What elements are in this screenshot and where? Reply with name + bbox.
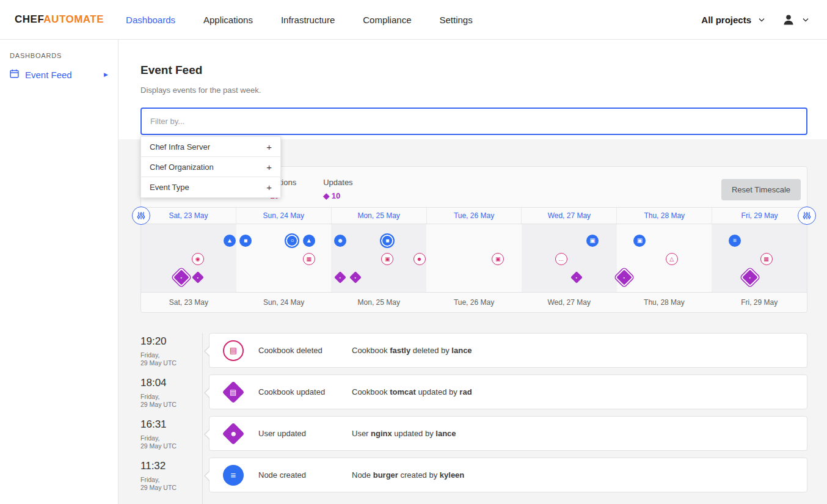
left-sidebar: DASHBOARDS Event Feed ▶ — [0, 40, 118, 504]
day-header-link[interactable]: Mon, 25 May — [332, 208, 427, 224]
event-timestamp: 19:20Friday,29 May UTC — [140, 333, 209, 368]
event-marker-create[interactable]: ☻ — [334, 235, 346, 247]
timeline-scroll-right-button[interactable] — [798, 206, 816, 225]
event-icon-box: ▤ — [223, 340, 258, 361]
event-description: Cookbook fastly deleted by lance — [352, 346, 472, 355]
day-header-link[interactable]: Wed, 27 May — [522, 208, 617, 224]
marker-icon: ▲ — [306, 238, 312, 244]
event-marker-delete[interactable]: ▣ — [492, 253, 504, 265]
day-header-link[interactable]: Tue, 26 May — [427, 208, 522, 224]
event-marker-delete[interactable]: ◉ — [192, 253, 204, 265]
event-type-label: User updated — [258, 429, 352, 438]
sidebar-item-event-feed[interactable]: Event Feed ▶ — [10, 69, 108, 80]
event-type-label: Cookbook deleted — [258, 346, 352, 355]
desc-part: kyleen — [440, 470, 464, 480]
event-marker-delete[interactable]: △ — [666, 253, 678, 265]
event-type-label: Node created — [258, 470, 352, 480]
desc-part: fastly — [390, 346, 410, 355]
reset-timescale-button[interactable]: Reset Timescale — [721, 179, 801, 200]
nav-item-settings[interactable]: Settings — [439, 15, 472, 25]
desc-part: created by — [398, 470, 440, 480]
desc-part: lance — [451, 346, 472, 355]
event-marker-create[interactable]: ▲ — [303, 235, 315, 247]
filter-dropdown-item[interactable]: Chef Infra Server+ — [141, 137, 280, 157]
projects-filter[interactable]: All projects — [701, 15, 751, 25]
event-date: 29 May UTC — [140, 359, 209, 367]
chevron-down-icon[interactable] — [759, 18, 765, 22]
day-footer-label: Sat, 23 May — [141, 293, 236, 312]
event-marker-delete[interactable]: ☻ — [414, 253, 426, 265]
nav-item-infrastructure[interactable]: Infrastructure — [281, 15, 335, 25]
event-icon-box: ▤ — [223, 384, 258, 400]
event-card[interactable]: ☻User updatedUser nginx updated by lance — [209, 416, 807, 451]
event-marker-delete[interactable]: ▦ — [303, 253, 315, 265]
event-card[interactable]: ≡Node createdNode burger created by kyle… — [209, 458, 807, 492]
grid-column — [141, 224, 236, 292]
event-marker-delete[interactable]: ▦ — [760, 253, 773, 265]
event-marker-create[interactable]: ▲ — [224, 235, 236, 247]
event-card[interactable]: ▤Cookbook deletedCookbook fastly deleted… — [209, 333, 807, 368]
nav-item-dashboards[interactable]: Dashboards — [126, 15, 175, 25]
main-nav: DashboardsApplicationsInfrastructureComp… — [126, 15, 473, 25]
day-header-link[interactable]: Sun, 24 May — [236, 208, 332, 224]
marker-icon: △ — [669, 257, 674, 262]
event-marker-create[interactable]: ■ — [239, 235, 252, 247]
filter-input[interactable] — [140, 108, 807, 135]
marker-icon: ■ — [244, 238, 247, 244]
marker-icon: ▪ — [624, 275, 625, 279]
event-list: 19:20Friday,29 May UTC▤Cookbook deletedC… — [140, 333, 807, 499]
desc-part: lance — [435, 429, 456, 438]
event-marker-create[interactable]: ■ — [380, 233, 395, 248]
chevron-down-icon[interactable] — [803, 18, 809, 22]
event-card[interactable]: ▤Cookbook updatedCookbook tomcat updated… — [209, 374, 807, 409]
event-icon-glyph: ▤ — [230, 389, 236, 396]
chef-automate-logo: CHEFAUTOMATE — [15, 13, 104, 26]
event-day: Friday, — [140, 351, 209, 359]
filter-dropdown-item[interactable]: Event Type+ — [141, 177, 280, 197]
filter-dropdown-item-label: Event Type — [150, 183, 189, 192]
marker-icon: ≡ — [733, 238, 737, 244]
grid-column — [522, 224, 617, 292]
marker-icon: ▲ — [227, 238, 233, 244]
event-marker-delete[interactable]: … — [555, 253, 567, 265]
event-icon-glyph: ☻ — [230, 429, 238, 437]
event-marker-create[interactable]: ▣ — [633, 235, 646, 247]
day-header-link[interactable]: Sat, 23 May — [141, 208, 236, 224]
filter-dropdown-item[interactable]: Chef Organization+ — [141, 157, 280, 177]
event-marker-create[interactable]: ○ — [285, 233, 299, 248]
event-marker-delete[interactable]: ▣ — [381, 253, 393, 265]
event-type-icon-delete: ▤ — [223, 340, 244, 361]
marker-icon: ▣ — [589, 238, 595, 244]
event-date: 29 May UTC — [140, 484, 209, 492]
marker-icon: ▪ — [340, 275, 341, 279]
desc-part: Cookbook — [352, 387, 390, 396]
desc-part: burger — [373, 470, 398, 480]
timeline-grid: ▲■○▲☻■▣▣≡◉▦▣☻▣…△▦▪▪▪▪▪▪▪ — [141, 224, 807, 293]
stat-count: ◆ 10 — [323, 191, 352, 200]
marker-icon: ▦ — [306, 257, 311, 262]
event-time: 11:32 — [140, 460, 209, 472]
marker-icon: ○ — [290, 238, 294, 244]
event-type-label: Cookbook updated — [258, 387, 352, 396]
grid-column — [712, 224, 807, 292]
calendar-icon — [10, 69, 19, 80]
timeline-scroll-left-button[interactable] — [132, 206, 150, 225]
desc-part: Cookbook — [352, 346, 390, 355]
stat-label: Updates — [323, 178, 352, 187]
event-date: 29 May UTC — [140, 401, 209, 409]
event-type-icon-create: ≡ — [223, 465, 244, 486]
user-profile-icon[interactable] — [782, 13, 795, 26]
page-subtitle: Displays events for the past week. — [140, 86, 261, 95]
event-marker-create[interactable]: ≡ — [729, 235, 741, 247]
nav-item-applications[interactable]: Applications — [203, 15, 253, 25]
desc-part: rad — [459, 387, 472, 396]
day-header-link[interactable]: Fri, 29 May — [712, 208, 807, 224]
marker-icon: ▣ — [637, 238, 643, 244]
event-icon-box: ≡ — [223, 465, 258, 486]
event-marker-create[interactable]: ▣ — [586, 235, 599, 247]
event-row: 11:32Friday,29 May UTC≡Node createdNode … — [140, 458, 807, 492]
grid-column — [236, 224, 332, 292]
nav-item-compliance[interactable]: Compliance — [363, 15, 411, 25]
day-header-link[interactable]: Thu, 28 May — [617, 208, 712, 224]
marker-icon: ☻ — [337, 238, 344, 244]
